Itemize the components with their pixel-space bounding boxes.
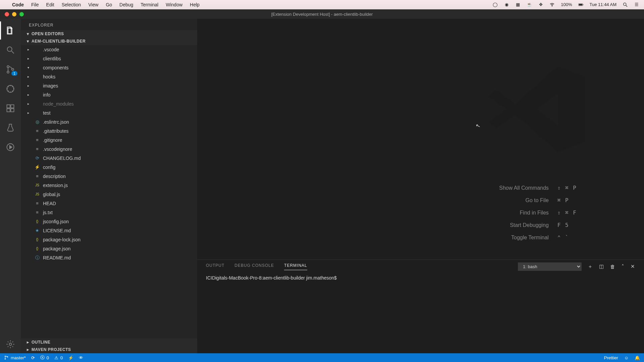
status-live-icon[interactable]: 👁 — [79, 355, 83, 360]
tab-output[interactable]: OUTPUT — [206, 263, 224, 270]
window-titlebar: [Extension Development Host] - aem-clien… — [0, 9, 644, 19]
tree-item-label: .vscodeignore — [43, 146, 72, 152]
shortcut-keys: ⌘ P — [557, 197, 569, 203]
file-icon: {} — [34, 220, 40, 223]
shortcut-keys: F 5 — [557, 222, 569, 228]
shortcut-keys: ⇧ ⌘ P — [557, 185, 577, 191]
window-zoom-button[interactable] — [19, 12, 24, 16]
bottom-panel: OUTPUT DEBUG CONSOLE TERMINAL 1: bash ＋ … — [197, 259, 644, 353]
menubar-clock[interactable]: Tue 11:44 AM — [590, 2, 616, 7]
status-action-icon[interactable]: ⚡ — [68, 355, 73, 360]
menubar-debug[interactable]: Debug — [119, 2, 133, 7]
terminal-kill-icon[interactable]: 🗑 — [610, 264, 615, 269]
menubar-help[interactable]: Help — [190, 2, 200, 7]
tab-debug-console[interactable]: DEBUG CONSOLE — [234, 263, 274, 270]
tree-folder[interactable]: ▸.vscode — [21, 45, 197, 54]
window-minimize-button[interactable] — [12, 12, 16, 16]
activity-explorer[interactable] — [0, 21, 21, 40]
tree-item-label: js.txt — [43, 210, 53, 215]
spotlight-icon[interactable] — [623, 2, 628, 7]
activity-extensions[interactable] — [0, 99, 21, 117]
menubar-terminal[interactable]: Terminal — [141, 2, 158, 7]
tree-item-label: global.js — [43, 192, 60, 197]
activity-testing[interactable] — [0, 119, 21, 137]
tree-file[interactable]: ⚡config — [21, 163, 197, 172]
tree-file[interactable]: ≡.vscodeignore — [21, 144, 197, 154]
activity-live-share[interactable] — [0, 138, 21, 156]
activity-debug[interactable] — [0, 80, 21, 98]
panel-maximize-icon[interactable]: ˄ — [622, 263, 625, 269]
tree-file[interactable]: ★LICENSE.md — [21, 226, 197, 235]
chevron-icon: ▸ — [28, 102, 32, 106]
tree-folder[interactable]: ▸test — [21, 108, 197, 117]
status-errors[interactable]: ⓧ 0 — [40, 355, 49, 361]
menubar-go[interactable]: Go — [106, 2, 112, 7]
tree-folder[interactable]: ▸hooks — [21, 72, 197, 81]
battery-icon[interactable] — [578, 2, 584, 7]
tree-folder[interactable]: ▸node_modules — [21, 99, 197, 108]
wifi-icon[interactable] — [549, 2, 555, 7]
status-docker-icon[interactable]: ☕ — [527, 2, 532, 7]
menubar-window[interactable]: Window — [166, 2, 182, 7]
activity-search[interactable] — [0, 41, 21, 59]
tree-file[interactable]: ⓘREADME.md — [21, 253, 197, 262]
tree-item-label: extension.js — [43, 183, 68, 188]
menubar-file[interactable]: File — [31, 2, 39, 7]
tree-file[interactable]: ≡description — [21, 172, 197, 181]
terminal-new-icon[interactable]: ＋ — [588, 263, 593, 270]
status-sync-icon[interactable]: ✥ — [538, 2, 543, 7]
status-circle-icon[interactable]: ◯ — [492, 2, 498, 7]
status-bar: master* ⟳ ⓧ 0 ⚠ 0 ⚡ 👁 Prettier ☺ 🔔 — [0, 353, 644, 362]
tree-file[interactable]: JSextension.js — [21, 181, 197, 190]
tree-file[interactable]: JSglobal.js — [21, 190, 197, 199]
tree-file[interactable]: ⟳CHANGELOG.md — [21, 154, 197, 163]
tree-file[interactable]: ◎.eslintrc.json — [21, 117, 197, 126]
workspace-header[interactable]: ▾AEM-CLIENTLIB-BUILDER — [21, 38, 197, 45]
menubar-app-name[interactable]: Code — [12, 2, 24, 7]
tree-file[interactable]: {}jsconfig.json — [21, 217, 197, 226]
status-date-icon[interactable]: ▦ — [515, 2, 521, 7]
tree-file[interactable]: ≡.gitattributes — [21, 126, 197, 135]
tree-file[interactable]: {}package-lock.json — [21, 235, 197, 244]
tree-folder[interactable]: ▸images — [21, 81, 197, 90]
tree-file[interactable]: ≡js.txt — [21, 208, 197, 217]
tree-item-label: .vscode — [43, 47, 59, 52]
terminal-shell-select[interactable]: 1: bash — [518, 262, 582, 271]
status-feedback-icon[interactable]: ☺ — [624, 355, 629, 360]
tree-folder[interactable]: ▾components — [21, 63, 197, 72]
panel-close-icon[interactable]: ✕ — [631, 263, 635, 269]
battery-percent[interactable]: 100% — [561, 2, 572, 7]
shortcut-label: Go to File — [462, 197, 549, 203]
menubar-selection[interactable]: Selection — [62, 2, 81, 7]
status-branch[interactable]: master* — [4, 355, 26, 360]
status-sync[interactable]: ⟳ — [31, 355, 35, 360]
svg-rect-14 — [7, 109, 10, 112]
status-prettier[interactable]: Prettier — [604, 355, 618, 360]
menubar-edit[interactable]: Edit — [46, 2, 54, 7]
tree-item-label: clientlibs — [43, 56, 61, 61]
outline-header[interactable]: ▸OUTLINE — [21, 339, 197, 346]
shortcut-row: Find in Files⇧ ⌘ F — [462, 209, 577, 216]
tree-file[interactable]: ≡HEAD — [21, 199, 197, 208]
status-dot-icon[interactable]: ◉ — [504, 2, 509, 7]
menubar-view[interactable]: View — [88, 2, 98, 7]
window-close-button[interactable] — [5, 12, 9, 16]
editor-area: ↖ Show All Commands⇧ ⌘ PGo to File⌘ PFin… — [197, 19, 644, 353]
tree-item-label: HEAD — [43, 201, 56, 206]
activity-settings[interactable] — [0, 335, 21, 353]
open-editors-header[interactable]: ▾OPEN EDITORS — [21, 30, 197, 38]
maven-header[interactable]: ▸MAVEN PROJECTS — [21, 346, 197, 353]
panel-tabs: OUTPUT DEBUG CONSOLE TERMINAL 1: bash ＋ … — [197, 260, 644, 273]
menubar-hamburger-icon[interactable]: ☰ — [634, 2, 639, 7]
tree-file[interactable]: {}package.json — [21, 244, 197, 253]
file-icon: ★ — [34, 228, 40, 233]
tree-file[interactable]: ≡.gitignore — [21, 135, 197, 144]
terminal-split-icon[interactable]: ◫ — [599, 263, 604, 269]
tab-terminal[interactable]: TERMINAL — [284, 263, 307, 270]
activity-source-control[interactable]: 1 — [0, 60, 21, 78]
terminal-output[interactable]: ICIDigitals-MacBook-Pro-8:aem-clientlib-… — [197, 273, 644, 353]
status-bell-icon[interactable]: 🔔 — [635, 355, 640, 360]
tree-folder[interactable]: ▸clientlibs — [21, 54, 197, 63]
status-warnings[interactable]: ⚠ 0 — [54, 355, 63, 360]
tree-folder[interactable]: ▸info — [21, 90, 197, 99]
